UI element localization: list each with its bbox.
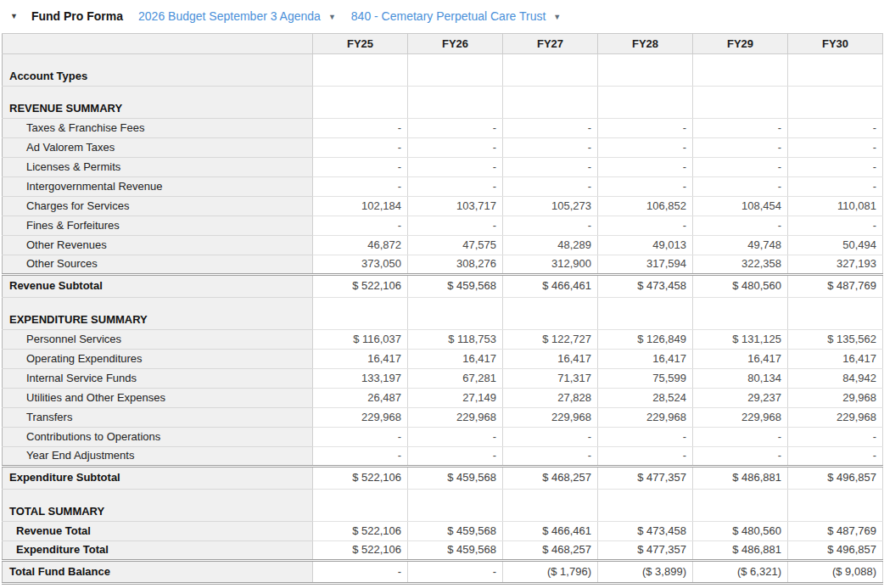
value-fines-forfeitures-fy30: - bbox=[788, 216, 883, 236]
value-fines-forfeitures-fy28: - bbox=[598, 216, 693, 236]
value-expenditure-summary-header-fy28 bbox=[598, 298, 693, 330]
row-year-end-adjustments: Year End Adjustments------ bbox=[3, 447, 883, 467]
value-ad-valorem-taxes-fy30: - bbox=[788, 138, 883, 158]
row-label: Account Types bbox=[3, 54, 313, 87]
value-account-types-fy29 bbox=[693, 54, 788, 87]
value-account-types-fy30 bbox=[788, 54, 883, 87]
column-header-fy30: FY30 bbox=[788, 34, 883, 54]
value-account-types-fy26 bbox=[408, 54, 503, 87]
value-other-revenues-fy27: 48,289 bbox=[503, 236, 598, 255]
value-revenue-subtotal-fy27: $ 466,461 bbox=[503, 275, 598, 298]
value-utilities-other-expenses-fy30: 29,968 bbox=[788, 389, 883, 408]
column-header-fy25: FY25 bbox=[313, 34, 408, 54]
value-contributions-to-operations-fy25: - bbox=[313, 428, 408, 447]
value-intergovernmental-revenue-fy30: - bbox=[788, 177, 883, 197]
value-total-fund-balance-fy26: - bbox=[408, 561, 503, 584]
row-licenses-permits: Licenses & Permits------ bbox=[3, 158, 883, 177]
value-other-sources-fy25: 373,050 bbox=[313, 255, 408, 275]
value-revenue-total-fy28: $ 473,458 bbox=[598, 522, 693, 541]
value-revenue-subtotal-fy26: $ 459,568 bbox=[408, 275, 503, 298]
value-total-fund-balance-fy25: - bbox=[313, 561, 408, 584]
value-licenses-permits-fy27: - bbox=[503, 158, 598, 177]
value-licenses-permits-fy30: - bbox=[788, 158, 883, 177]
chevron-down-icon: ▼ bbox=[328, 13, 336, 21]
value-operating-expenditures-fy29: 16,417 bbox=[693, 350, 788, 369]
value-licenses-permits-fy25: - bbox=[313, 158, 408, 177]
value-contributions-to-operations-fy28: - bbox=[598, 428, 693, 447]
row-contributions-to-operations: Contributions to Operations------ bbox=[3, 428, 883, 447]
row-label: Fines & Forfeitures bbox=[3, 216, 313, 236]
value-transfers-fy27: 229,968 bbox=[503, 408, 598, 428]
value-total-summary-header-fy27 bbox=[503, 490, 598, 522]
value-transfers-fy30: 229,968 bbox=[788, 408, 883, 428]
value-revenue-summary-header-fy27 bbox=[503, 87, 598, 119]
row-total-fund-balance: Total Fund Balance--($ 1,796)($ 3,899)($… bbox=[3, 561, 883, 584]
value-total-fund-balance-fy29: ($ 6,321) bbox=[693, 561, 788, 584]
value-expenditure-subtotal-fy28: $ 477,357 bbox=[598, 467, 693, 490]
value-expenditure-total-fy29: $ 486,881 bbox=[693, 541, 788, 561]
value-expenditure-summary-header-fy25 bbox=[313, 298, 408, 330]
column-header-fy27: FY27 bbox=[503, 34, 598, 54]
value-other-revenues-fy26: 47,575 bbox=[408, 236, 503, 255]
value-charges-for-services-fy25: 102,184 bbox=[313, 197, 408, 216]
value-transfers-fy26: 229,968 bbox=[408, 408, 503, 428]
value-taxes-franchise-fees-fy25: - bbox=[313, 119, 408, 138]
row-expenditure-total: Expenditure Total$ 522,106$ 459,568$ 468… bbox=[3, 541, 883, 561]
row-fines-forfeitures: Fines & Forfeitures------ bbox=[3, 216, 883, 236]
value-account-types-fy28 bbox=[598, 54, 693, 87]
value-utilities-other-expenses-fy25: 26,487 bbox=[313, 389, 408, 408]
value-year-end-adjustments-fy28: - bbox=[598, 447, 693, 467]
row-label: EXPENDITURE SUMMARY bbox=[3, 298, 313, 330]
value-revenue-total-fy26: $ 459,568 bbox=[408, 522, 503, 541]
value-internal-service-funds-fy26: 67,281 bbox=[408, 369, 503, 389]
row-label: Other Sources bbox=[3, 255, 313, 275]
value-other-sources-fy27: 312,900 bbox=[503, 255, 598, 275]
budget-selector[interactable]: 2026 Budget September 3 Agenda ▼ bbox=[138, 9, 336, 23]
topbar: ▼ Fund Pro Forma 2026 Budget September 3… bbox=[0, 0, 884, 30]
row-label: Total Fund Balance bbox=[3, 561, 313, 584]
header-corner-cell bbox=[3, 34, 313, 54]
row-label: Ad Valorem Taxes bbox=[3, 138, 313, 158]
row-label: Internal Service Funds bbox=[3, 369, 313, 389]
row-label: Personnel Services bbox=[3, 330, 313, 350]
value-operating-expenditures-fy25: 16,417 bbox=[313, 350, 408, 369]
row-personnel-services: Personnel Services$ 116,037$ 118,753$ 12… bbox=[3, 330, 883, 350]
fund-proforma-table: FY25FY26FY27FY28FY29FY30 Account TypesRE… bbox=[2, 33, 883, 585]
value-transfers-fy28: 229,968 bbox=[598, 408, 693, 428]
value-licenses-permits-fy29: - bbox=[693, 158, 788, 177]
value-revenue-summary-header-fy25 bbox=[313, 87, 408, 119]
value-revenue-summary-header-fy30 bbox=[788, 87, 883, 119]
value-revenue-summary-header-fy26 bbox=[408, 87, 503, 119]
row-label: Operating Expenditures bbox=[3, 350, 313, 369]
value-taxes-franchise-fees-fy29: - bbox=[693, 119, 788, 138]
value-expenditure-summary-header-fy27 bbox=[503, 298, 598, 330]
value-other-revenues-fy29: 49,748 bbox=[693, 236, 788, 255]
value-year-end-adjustments-fy27: - bbox=[503, 447, 598, 467]
value-intergovernmental-revenue-fy27: - bbox=[503, 177, 598, 197]
row-label: Licenses & Permits bbox=[3, 158, 313, 177]
collapse-section-icon[interactable]: ▼ bbox=[8, 12, 20, 20]
column-header-fy29: FY29 bbox=[693, 34, 788, 54]
fund-selector[interactable]: 840 - Cemetary Perpetual Care Trust ▼ bbox=[351, 9, 561, 23]
chevron-down-icon: ▼ bbox=[553, 13, 561, 21]
value-taxes-franchise-fees-fy27: - bbox=[503, 119, 598, 138]
row-label: Year End Adjustments bbox=[3, 447, 313, 467]
row-label: TOTAL SUMMARY bbox=[3, 490, 313, 522]
value-internal-service-funds-fy28: 75,599 bbox=[598, 369, 693, 389]
value-other-sources-fy30: 327,193 bbox=[788, 255, 883, 275]
row-label: Utilities and Other Expenses bbox=[3, 389, 313, 408]
row-label: Transfers bbox=[3, 408, 313, 428]
value-account-types-fy27 bbox=[503, 54, 598, 87]
row-revenue-total: Revenue Total$ 522,106$ 459,568$ 466,461… bbox=[3, 522, 883, 541]
value-operating-expenditures-fy28: 16,417 bbox=[598, 350, 693, 369]
value-expenditure-total-fy28: $ 477,357 bbox=[598, 541, 693, 561]
value-revenue-subtotal-fy29: $ 480,560 bbox=[693, 275, 788, 298]
value-other-revenues-fy30: 50,494 bbox=[788, 236, 883, 255]
value-total-fund-balance-fy30: ($ 9,088) bbox=[788, 561, 883, 584]
value-operating-expenditures-fy30: 16,417 bbox=[788, 350, 883, 369]
value-expenditure-subtotal-fy26: $ 459,568 bbox=[408, 467, 503, 490]
value-account-types-fy25 bbox=[313, 54, 408, 87]
value-personnel-services-fy28: $ 126,849 bbox=[598, 330, 693, 350]
value-internal-service-funds-fy27: 71,317 bbox=[503, 369, 598, 389]
value-total-summary-header-fy30 bbox=[788, 490, 883, 522]
